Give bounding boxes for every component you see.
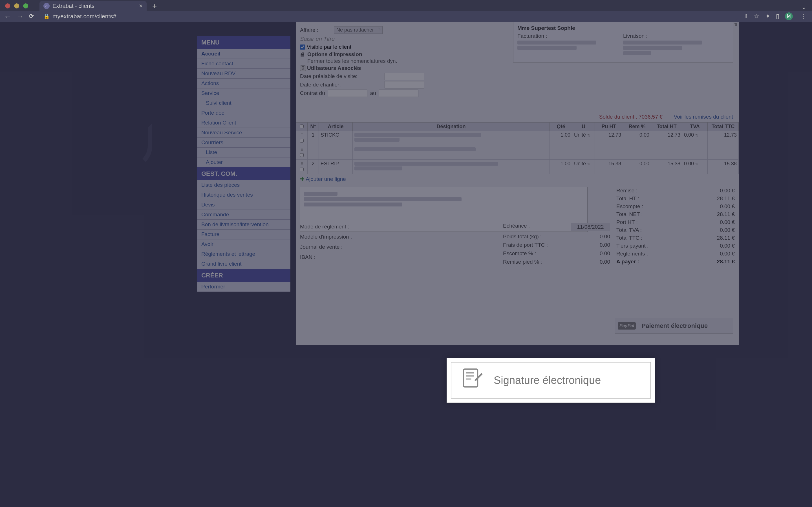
mode-reglement-select[interactable] bbox=[356, 223, 438, 231]
sidebar-item-liste-pieces[interactable]: Liste des pièces bbox=[197, 180, 290, 190]
tabs-menu-icon[interactable]: ⌄ bbox=[801, 3, 806, 11]
sidebar: MENU Accueil Fiche contact Nouveau RDV A… bbox=[197, 22, 290, 345]
cell-puht[interactable]: 15.38 bbox=[595, 160, 623, 174]
row-checkbox[interactable] bbox=[300, 139, 304, 143]
cell-designation[interactable] bbox=[353, 160, 550, 174]
sidebar-item-label: Service bbox=[201, 90, 219, 96]
cell-designation[interactable] bbox=[353, 131, 550, 145]
bookmark-icon[interactable]: ☆ bbox=[754, 13, 760, 20]
payment-box[interactable]: PayPal Paiement électronique bbox=[615, 318, 733, 334]
escompte-value[interactable]: 0.00 bbox=[600, 250, 610, 257]
modele-impression-select[interactable] bbox=[356, 233, 438, 241]
drag-icon[interactable]: ⠿ bbox=[301, 147, 303, 152]
sidebar-item-facture[interactable]: Facture bbox=[197, 230, 290, 239]
profile-avatar[interactable]: M bbox=[785, 12, 793, 20]
cell-tva[interactable]: 0.00 ⇅ bbox=[682, 131, 708, 145]
sidebar-item-label: Avoir bbox=[201, 241, 213, 247]
total-escompte: Escompte :0.00 € bbox=[616, 203, 735, 210]
contrat-end-input[interactable] bbox=[379, 90, 418, 97]
row-checkbox[interactable] bbox=[300, 153, 304, 157]
sidebar-item-label: Liste bbox=[206, 149, 217, 155]
close-window-icon[interactable] bbox=[5, 3, 10, 8]
signature-box[interactable]: Signature électronique bbox=[447, 358, 655, 403]
table-row[interactable]: ⠿ 1 STICKC 1.00 Unité ⇅ 12.73 0.00 12.73… bbox=[296, 131, 739, 145]
new-tab-button[interactable]: + bbox=[147, 2, 162, 11]
sidebar-item-avoir[interactable]: Avoir bbox=[197, 239, 290, 249]
journal-vente-select[interactable] bbox=[356, 243, 438, 251]
remise-pied-value[interactable]: 0.00 bbox=[600, 259, 610, 265]
maximize-window-icon[interactable] bbox=[23, 3, 28, 8]
browser-menu-icon[interactable]: ⋮ bbox=[799, 13, 808, 20]
cell-tva[interactable]: 0.00 ⇅ bbox=[682, 160, 708, 174]
select-all-checkbox[interactable] bbox=[300, 124, 304, 128]
cell-u[interactable]: Unité ⇅ bbox=[572, 131, 595, 145]
forward-button-icon[interactable]: → bbox=[16, 12, 24, 21]
echeance-input[interactable]: 11/08/2022 bbox=[571, 223, 610, 231]
sidebar-item-fiche-contact[interactable]: Fiche contact bbox=[197, 59, 290, 69]
sidebar-item-historique-ventes[interactable]: Historique des ventes bbox=[197, 190, 290, 200]
sidebar-item-nouveau-rdv[interactable]: Nouveau RDV bbox=[197, 69, 290, 78]
poids-value[interactable]: 0.00 bbox=[600, 233, 610, 240]
close-tab-icon[interactable]: × bbox=[139, 2, 143, 10]
minimize-window-icon[interactable] bbox=[14, 3, 19, 8]
back-button-icon[interactable]: ← bbox=[4, 12, 11, 21]
sidepanel-icon[interactable]: ▯ bbox=[776, 13, 779, 20]
client-name: Mme Supertest Sophie bbox=[517, 25, 729, 31]
sidebar-item-liste[interactable]: Liste bbox=[197, 148, 290, 158]
cell-num: 2 bbox=[308, 160, 319, 174]
drag-icon[interactable]: ⠿ bbox=[301, 133, 303, 137]
sidebar-item-label: Courriers bbox=[201, 139, 223, 145]
contrat-start-input[interactable] bbox=[328, 90, 367, 97]
echeance-row: Echéance : 11/08/2022 bbox=[503, 223, 610, 231]
extensions-icon[interactable]: ✦ bbox=[765, 13, 770, 20]
browser-tab[interactable]: e Extrabat - clients × bbox=[40, 1, 147, 11]
cell-rem[interactable]: 0.00 bbox=[623, 131, 651, 145]
sidebar-item-actions[interactable]: Actions bbox=[197, 78, 290, 89]
sidebar-item-performer[interactable]: Performer bbox=[197, 282, 290, 292]
cell-designation[interactable] bbox=[353, 145, 550, 160]
visible-client-checkbox[interactable] bbox=[300, 45, 305, 50]
sidebar-item-label: Performer bbox=[201, 284, 225, 290]
sidebar-header-creer: CRÉER bbox=[197, 269, 290, 282]
sidebar-item-bon-livraison[interactable]: Bon de livraison/intervention bbox=[197, 220, 290, 230]
cell-article[interactable]: ESTRIP bbox=[319, 160, 353, 174]
cell-article[interactable]: STICKC bbox=[319, 131, 353, 145]
cell-qte[interactable]: 1.00 bbox=[550, 160, 572, 174]
drag-icon[interactable]: ⠿ bbox=[301, 162, 303, 166]
tab-bar: e Extrabat - clients × + ⌄ bbox=[0, 0, 812, 11]
table-row[interactable]: ⠿ bbox=[296, 145, 739, 160]
users-count-badge: 0 bbox=[300, 65, 306, 71]
sidebar-item-grand-livre[interactable]: Grand livre client bbox=[197, 259, 290, 269]
total-port: Port HT :0.00 € bbox=[616, 218, 735, 226]
date-prealable-input[interactable] bbox=[385, 73, 424, 80]
sidebar-item-suivi-client[interactable]: Suivi client bbox=[197, 98, 290, 108]
add-line-button[interactable]: Ajouter une ligne bbox=[296, 174, 739, 184]
brand-area bbox=[73, 22, 197, 345]
sidebar-item-reglements-lettrage[interactable]: Réglements et lettrage bbox=[197, 249, 290, 259]
cell-qte[interactable]: 1.00 bbox=[550, 131, 572, 145]
reload-button-icon[interactable]: ⟳ bbox=[29, 13, 34, 20]
cell-rem[interactable]: 0.00 bbox=[623, 160, 651, 174]
sidebar-item-devis[interactable]: Devis bbox=[197, 200, 290, 210]
sidebar-item-courriers[interactable]: Courriers bbox=[197, 138, 290, 148]
frais-port-value[interactable]: 0.00 bbox=[600, 242, 610, 248]
table-row[interactable]: ⠿ 2 ESTRIP 1.00 Unité ⇅ 15.38 0.00 15.38… bbox=[296, 160, 739, 174]
sidebar-item-accueil[interactable]: Accueil bbox=[197, 49, 290, 59]
url-bar[interactable]: 🔒 myextrabat.com/clients# bbox=[39, 12, 738, 21]
sidebar-item-ajouter[interactable]: Ajouter bbox=[197, 158, 290, 167]
cell-puht[interactable]: 12.73 bbox=[595, 131, 623, 145]
sidebar-item-relation-client[interactable]: Relation Client bbox=[197, 118, 290, 128]
sidebar-item-nouveau-service[interactable]: Nouveau Service bbox=[197, 128, 290, 138]
sidebar-item-commande[interactable]: Commande bbox=[197, 210, 290, 220]
sidebar-item-label: Grand livre client bbox=[201, 261, 242, 267]
share-icon[interactable]: ⇧ bbox=[743, 13, 748, 20]
cell-u[interactable]: Unité ⇅ bbox=[572, 160, 595, 174]
sidebar-item-porte-doc[interactable]: Porte doc bbox=[197, 108, 290, 118]
client-remises-link[interactable]: Voir les remises du client bbox=[674, 114, 733, 120]
row-checkbox[interactable] bbox=[300, 168, 304, 171]
date-chantier-input[interactable] bbox=[385, 81, 424, 89]
iban-select[interactable] bbox=[356, 253, 438, 261]
browser-chrome: e Extrabat - clients × + ⌄ ← → ⟳ 🔒 myext… bbox=[0, 0, 812, 22]
affaire-select[interactable]: Ne pas rattacher bbox=[334, 26, 383, 34]
sidebar-item-service[interactable]: Service bbox=[197, 89, 290, 98]
